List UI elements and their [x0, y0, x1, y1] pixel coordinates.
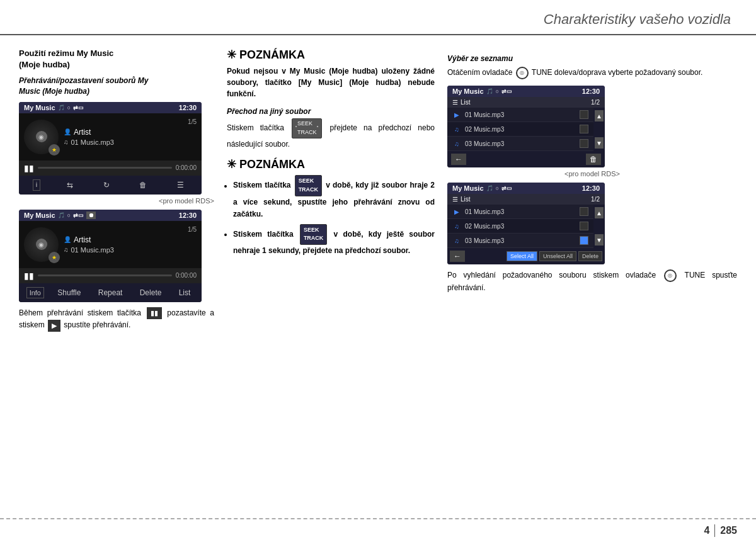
back-button-1[interactable]: ←: [451, 154, 466, 165]
body-text-seek: Stiskem tlačítka ˅ SEEKTRACK ˄ přejdete …: [227, 118, 435, 150]
list-time-2: 12:30: [582, 184, 600, 192]
list-header-label-2: List: [461, 196, 471, 203]
list-music-title-1: My Music: [452, 88, 484, 95]
list-items-2: ▶ 01 Music.mp3 ♫ 02 Music.mp3 ♫ 03 Music…: [447, 205, 593, 248]
progress-bar-2: [38, 274, 172, 276]
caption-rds-1: <pro model RDS>: [19, 197, 214, 205]
artist-icon-2: 👤: [64, 236, 71, 243]
player-controls-2[interactable]: Info Shuffle Repeat Delete List: [19, 283, 202, 302]
note-text-1: Pokud nejsou v My Music (Moje hudba) ulo…: [227, 65, 435, 99]
music-icon-list-3: ♫: [452, 140, 461, 147]
checkbox-3: [580, 139, 588, 148]
middle-column: ✳ POZNÁMKA Pokud nejsou v My Music (Moje…: [227, 48, 435, 337]
repeat-icon-1: ↻: [100, 179, 113, 191]
counter-1: 1/5: [188, 118, 197, 125]
seek-track-btn-3: SEEKTRACK: [300, 224, 328, 246]
note-icon-2: ♫: [64, 246, 69, 253]
left-column: Použití režimu My Music(Moje hudba) Přeh…: [19, 48, 214, 337]
player-controls-1: i ⇆ ↻ 🗑 ☰: [19, 176, 202, 195]
note-icon-1: ♫: [64, 138, 69, 145]
album-art-1: ◉ ★: [24, 120, 59, 154]
player-topbar-2: My Music 🎵 ○ ⇄▭ ⏺ 12:30: [19, 210, 202, 221]
body-text-found: Po vyhledání požadovaného souboru stiske…: [447, 269, 737, 294]
list-item: ♫ 03 Music.mp3: [447, 137, 593, 151]
list-item: ♫ 02 Music.mp3: [447, 219, 593, 234]
player-progress-2: ▮▮ 0:00:00: [19, 268, 202, 283]
player-time-2: 12:30: [179, 212, 197, 219]
track-name-2: ♫ 01 Music.mp3: [64, 246, 197, 254]
list-usb-icon-1: ⇌▭: [501, 88, 512, 94]
info-button[interactable]: Info: [26, 287, 44, 298]
track-name-list-1: 01 Music.mp3: [465, 111, 576, 118]
player-time-1: 12:30: [179, 104, 197, 111]
unselect-all-button[interactable]: Unselect All: [539, 251, 576, 261]
delete-button[interactable]: Delete: [136, 287, 166, 298]
checkbox-s2-1: [580, 207, 588, 216]
section-title-mymusic: Použití režimu My Music(Moje hudba): [19, 48, 214, 71]
scroll-up-1[interactable]: ▲: [595, 110, 604, 121]
list-with-scroll-1: ▶ 01 Music.mp3 ♫ 02 Music.mp3 ♫ 03 Music…: [447, 108, 605, 151]
select-all-button[interactable]: Select All: [507, 251, 537, 261]
player-screen-2: My Music 🎵 ○ ⇄▭ ⏺ 12:30 ◉ ★: [19, 210, 202, 302]
list-button[interactable]: List: [175, 287, 195, 298]
usb-icon-1: ⇄▭: [73, 104, 84, 111]
list-usb-icon-2: ⇌▭: [501, 185, 512, 191]
list-footer-1: ← 🗑: [447, 151, 605, 167]
track-artist-2: 👤 Artist: [64, 235, 197, 244]
checkbox-2: [580, 125, 588, 133]
player-main-2: ◉ ★ 👤 Artist ♫ 01 Music.mp3: [19, 221, 202, 268]
artist-icon-1: 👤: [64, 128, 71, 135]
record-icon-2: ⏺: [86, 212, 96, 219]
subsection-title-next-file: Přechod na jiný soubor: [227, 107, 435, 116]
body-text-playback: Během přehrávání stiskem tlačítka ▮▮ poz…: [19, 307, 214, 332]
list-topbar-left-1: My Music 🎵 ○ ⇌▭: [452, 88, 512, 95]
list-screen-1: My Music 🎵 ○ ⇌▭ 12:30 ☰ List 1/2 ▶: [447, 86, 605, 167]
bullet-1: Stiskem tlačítka SEEKTRACK v době, kdy j…: [233, 175, 435, 220]
delete-list-button[interactable]: Delete: [578, 251, 602, 261]
section-subtitle-playback: Přehrávání/pozastavení souborů MyMusic (…: [19, 76, 214, 97]
track-name-list-s2-1: 01 Music.mp3: [465, 208, 576, 215]
play-inline-icon: ▶: [48, 320, 60, 332]
scroll-down-1[interactable]: ▼: [595, 137, 604, 149]
wifi-icon-2: ○: [67, 212, 71, 218]
list-with-scroll-2: ▶ 01 Music.mp3 ♫ 02 Music.mp3 ♫ 03 Music…: [447, 205, 605, 248]
music-icon-list-2: ♫: [452, 126, 461, 133]
list-bt-icon-2: 🎵: [486, 185, 493, 191]
list-topbar-1: My Music 🎵 ○ ⇌▭ 12:30: [447, 86, 605, 97]
track-name-list-s2-2: 02 Music.mp3: [465, 223, 576, 230]
album-inner-2: ◉: [38, 241, 44, 248]
list-topbar-left-2: My Music 🎵 ○ ⇌▭: [452, 184, 512, 192]
scroll-down-2[interactable]: ▼: [595, 234, 604, 246]
album-art-2: ◉ ★: [24, 227, 59, 262]
list-item: ♫ 02 Music.mp3: [447, 122, 593, 137]
track-name-list-3: 03 Music.mp3: [465, 140, 576, 147]
bt-icon-1: 🎵: [58, 104, 65, 111]
list-counter-2: 1/2: [591, 196, 600, 203]
counter-2: 1/5: [188, 226, 197, 233]
subsection-title-list: Výběr ze seznamu: [447, 54, 737, 63]
scroll-up-2[interactable]: ▲: [595, 207, 604, 218]
star-badge-2: ★: [49, 252, 60, 263]
bullet-2: Stiskem tlačítka SEEKTRACK v době, kdy j…: [233, 224, 435, 257]
back-button-2[interactable]: ←: [450, 251, 465, 262]
music-icon-1: My Music: [24, 104, 55, 111]
page-header: Charakteristiky vašeho vozidla: [0, 0, 756, 35]
star-badge-1: ★: [49, 144, 60, 155]
body-text-tune: Otáčením ovladače ◎ TUNE doleva/doprava …: [447, 67, 737, 79]
note-title-2: ✳ POZNÁMKA: [227, 157, 435, 171]
note-bullets: Stiskem tlačítka SEEKTRACK v době, kdy j…: [227, 175, 435, 257]
list-counter-1: 1/2: [591, 99, 600, 106]
delete-icon-list-1[interactable]: 🗑: [586, 154, 601, 165]
player-progress-1: ▮▮ 0:00:00: [19, 161, 202, 176]
time-display-1: 0:00:00: [176, 164, 197, 171]
player-title-1: My Music 🎵 ○ ⇄▭: [24, 104, 84, 111]
progress-bar-1: [38, 167, 172, 169]
shuffle-button[interactable]: Shuffle: [54, 287, 84, 298]
repeat-button[interactable]: Repeat: [94, 287, 127, 298]
note-block-2: ✳ POZNÁMKA Stiskem tlačítka SEEKTRACK v …: [227, 157, 435, 257]
pause-inline-icon: ▮▮: [147, 307, 162, 319]
list-subheader-2: ☰ List 1/2: [447, 194, 605, 205]
page-section: 4: [704, 525, 709, 536]
info-icon-1: i: [33, 179, 40, 191]
track-name-1: ♫ 01 Music.mp3: [64, 138, 197, 146]
